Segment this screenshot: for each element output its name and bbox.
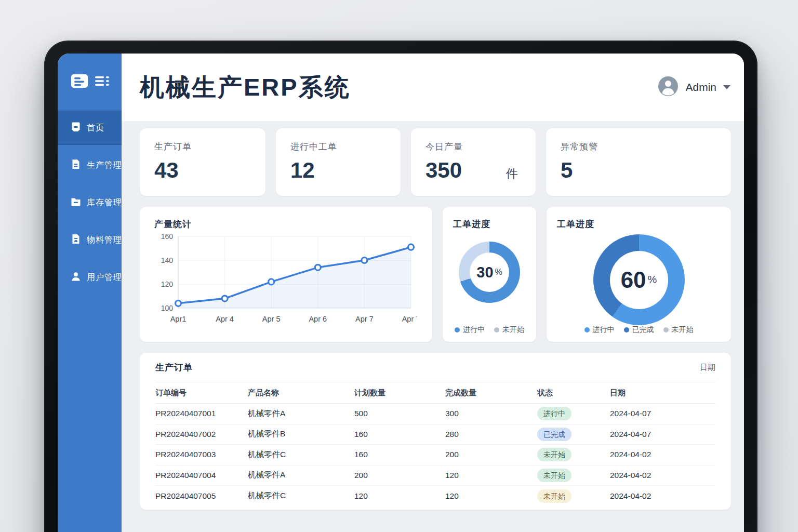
chevron-down-icon	[723, 85, 730, 89]
column-header-5: 日期	[610, 388, 715, 398]
legend-item: 未开始	[663, 325, 694, 335]
cell-order-id: PR20240407004	[155, 471, 248, 480]
svg-text:Apr1: Apr1	[170, 315, 187, 323]
sidebar-item-home[interactable]: 首页	[58, 111, 122, 145]
table-row[interactable]: PR20240407005 机械零件C 120 120 未开始 2024-04-…	[155, 486, 715, 507]
sidebar-item-label: 物料管理	[87, 235, 122, 246]
production-line-chart-card: 产量统计 100120140160Apr1Apr 4Apr 5Apr 6Apr …	[140, 207, 432, 342]
folder-icon	[71, 196, 81, 209]
cell-date: 2024-04-02	[610, 471, 715, 480]
legend-item: 已完成	[624, 325, 654, 335]
legend-dot-icon	[494, 327, 499, 332]
stat-card-0: 生产订单 43	[140, 128, 265, 196]
table-row[interactable]: PR20240407001 机械零件A 500 300 进行中 2024-04-…	[155, 404, 715, 424]
sidebar-item-label: 首页	[87, 123, 104, 134]
line-chart: 100120140160Apr1Apr 4Apr 5Apr 6Apr 7Apr …	[154, 230, 418, 339]
legend-label: 已完成	[632, 325, 654, 335]
sidebar-item-label: 库存管理	[87, 197, 122, 208]
table-title: 生产订单	[155, 362, 193, 374]
home-icon	[71, 122, 81, 134]
stat-card-3: 异常预警 5	[546, 128, 731, 196]
cell-order-id: PR20240407001	[155, 409, 248, 418]
cell-product: 机械零件C	[248, 449, 354, 460]
cell-completed-qty: 120	[445, 471, 537, 480]
legend-item: 进行中	[584, 325, 615, 335]
stat-value: 5	[561, 158, 573, 183]
column-header-2: 计划数量	[354, 388, 445, 398]
legend-label: 进行中	[593, 325, 615, 335]
app-screen: 首页生产管理库存管理物料管理用户管理 机械生产ERP系统 Admin 生产订单 …	[58, 54, 744, 532]
sidebar-item-production[interactable]: 生产管理	[58, 148, 122, 182]
production-orders-table-card: 生产订单 日期 订单编号产品名称计划数量完成数量状态日期 PR202404070…	[140, 353, 731, 510]
stat-unit: 件	[506, 166, 518, 182]
donut-center-unit: %	[495, 268, 502, 277]
donut-ring: 60 %	[593, 234, 685, 325]
cell-date: 2024-04-07	[610, 430, 715, 439]
table-row[interactable]: PR20240407002 机械零件B 160 280 已完成 2024-04-…	[155, 424, 715, 445]
cell-completed-qty: 280	[445, 430, 537, 439]
donut-chart-title: 工单进度	[557, 218, 721, 230]
sidebar-item-materials[interactable]: 物料管理	[58, 223, 122, 257]
column-header-0: 订单编号	[155, 388, 248, 398]
stat-card-1: 进行中工单 12	[276, 128, 401, 196]
stat-value: 43	[154, 158, 179, 183]
donut-center-value: 60	[621, 267, 646, 293]
column-header-4: 状态	[537, 388, 610, 398]
line-chart-title: 产量统计	[154, 218, 418, 230]
sidebar-item-users[interactable]: 用户管理	[58, 260, 122, 295]
cell-date: 2024-04-02	[610, 491, 715, 501]
svg-text:Apr 4: Apr 4	[216, 315, 234, 323]
legend-item: 进行中	[455, 325, 485, 335]
legend-dot-icon	[584, 327, 590, 332]
stat-value: 12	[290, 158, 315, 183]
donut-chart-title: 工单进度	[453, 218, 526, 230]
status-badge: 未开始	[537, 448, 571, 461]
donut-center-value: 30	[476, 264, 493, 281]
cell-completed-qty: 120	[445, 491, 537, 501]
cell-planned-qty: 200	[354, 471, 445, 480]
svg-text:140: 140	[161, 256, 174, 264]
table-row[interactable]: PR20240407003 机械零件C 160 200 未开始 2024-04-…	[155, 445, 715, 466]
cell-order-id: PR20240407003	[155, 450, 248, 459]
sidebar-item-label: 生产管理	[87, 160, 122, 171]
cell-product: 机械零件A	[248, 470, 354, 481]
legend-dot-icon	[455, 327, 460, 332]
donut-legend: 进行中未开始	[453, 325, 526, 335]
cell-product: 机械零件B	[248, 429, 354, 440]
cell-completed-qty: 300	[445, 409, 537, 418]
svg-text:100: 100	[161, 304, 174, 312]
sidebar-item-inventory[interactable]: 库存管理	[58, 185, 122, 220]
table-date-link[interactable]: 日期	[700, 363, 715, 373]
cell-completed-qty: 200	[445, 450, 537, 459]
user-menu[interactable]: Admin	[658, 76, 730, 99]
stat-card-row: 生产订单 43 进行中工单 12 今日产量 350 件 异常预警 5	[140, 128, 731, 196]
cell-date: 2024-04-02	[610, 450, 715, 459]
svg-text:120: 120	[161, 280, 174, 288]
svg-text:Apr 6: Apr 6	[309, 315, 327, 323]
sidebar: 首页生产管理库存管理物料管理用户管理	[58, 54, 122, 532]
status-badge: 未开始	[537, 489, 571, 503]
donut-ring: 30 %	[459, 242, 520, 303]
legend-dot-icon	[624, 327, 629, 332]
table-row[interactable]: PR20240407004 机械零件A 200 120 未开始 2024-04-…	[155, 466, 715, 486]
cell-product: 机械零件A	[248, 408, 354, 419]
cell-planned-qty: 500	[354, 409, 445, 418]
work-order-progress-card-large: 工单进度 60 % 进行中已完成未开始	[547, 207, 731, 342]
user-avatar-icon	[658, 76, 679, 99]
charts-row: 产量统计 100120140160Apr1Apr 4Apr 5Apr 6Apr …	[140, 207, 731, 342]
cell-product: 机械零件C	[248, 490, 354, 501]
menu-list-icon[interactable]	[95, 74, 112, 90]
file-icon	[71, 234, 81, 246]
cell-order-id: PR20240407002	[155, 430, 248, 439]
table-body: PR20240407001 机械零件A 500 300 进行中 2024-04-…	[155, 404, 715, 507]
stat-label: 异常预警	[561, 141, 716, 153]
status-badge: 已完成	[537, 428, 571, 441]
user-icon	[71, 271, 81, 284]
stat-label: 今日产量	[425, 141, 521, 153]
svg-text:Apr 5: Apr 5	[262, 315, 281, 323]
table-header-row: 订单编号产品名称计划数量完成数量状态日期	[155, 382, 715, 404]
stat-card-2: 今日产量 350 件	[411, 128, 536, 196]
work-order-progress-card-small: 工单进度 30 % 进行中未开始	[443, 207, 536, 342]
cell-planned-qty: 160	[354, 450, 445, 459]
tablet-device-frame: 首页生产管理库存管理物料管理用户管理 机械生产ERP系统 Admin 生产订单 …	[44, 41, 757, 532]
